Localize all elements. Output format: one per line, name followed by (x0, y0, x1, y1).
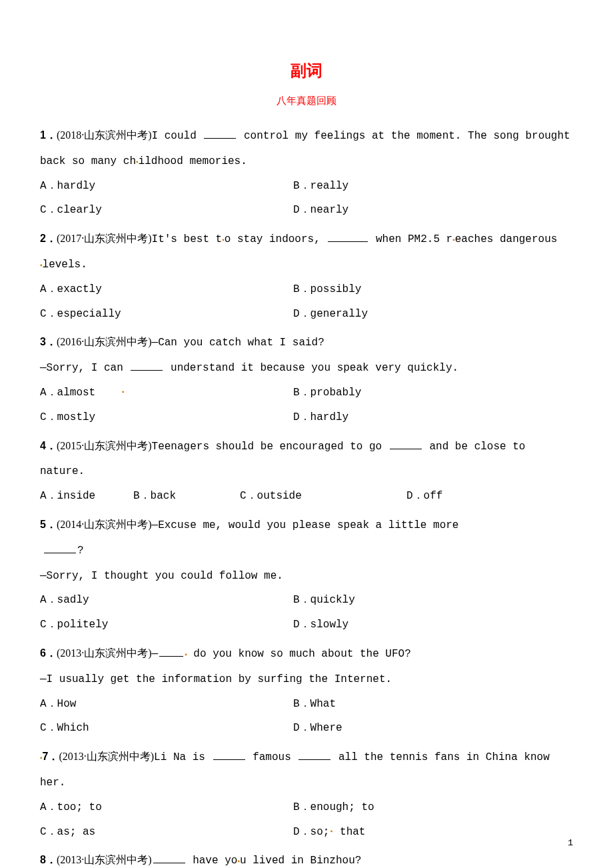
question-text: —Sorry, I can (40, 362, 129, 374)
question-4: 4．(2015·山东滨州中考)Teenagers should be encou… (40, 434, 573, 509)
option-d: D．off (406, 484, 506, 509)
options-group: A．sadly B．quickly C．politely D．slowly (40, 588, 573, 637)
question-text: have yo (187, 855, 238, 867)
question-1: 1．(2018·山东滨州中考)I could control my feelin… (40, 123, 573, 223)
question-number: 7． (43, 751, 59, 762)
question-source: (2014·山东滨州中考) (57, 519, 152, 530)
question-2: 2．(2017·山东滨州中考)It's best t▪o stay indoor… (40, 227, 573, 326)
option-b: B．enough; to (293, 795, 560, 820)
page-subtitle: 八年真题回顾 (40, 95, 573, 107)
question-source: (2013·山东滨州中考) (57, 647, 152, 659)
question-text: u lived in Binzhou? (240, 855, 361, 867)
option-a: A．hardly (40, 174, 293, 199)
option-label: A．almost (40, 387, 95, 399)
dot-marker: ▪ (121, 389, 125, 396)
blank-fill (213, 751, 245, 760)
question-text: —Can you catch what I said? (152, 337, 324, 349)
question-text: — (152, 648, 159, 660)
question-text: —Sorry, I thought you could follow me. (40, 570, 283, 582)
option-c: C．as; as (40, 820, 293, 845)
question-source: (2013·山东滨州中考) (57, 854, 152, 865)
blank-fill (204, 129, 236, 139)
question-text: —Excuse me, would you please speak a lit… (152, 519, 459, 531)
options-group: A．hardly B．really C．clearly D．nearly (40, 174, 573, 223)
question-7: ▪7．(2013·山东滨州中考)Li Na is famous all the … (40, 745, 573, 844)
option-b: B．What (293, 692, 560, 717)
option-d: D．so;▪ that (293, 820, 560, 845)
question-text: Teenagers should be encouraged to go (152, 441, 388, 453)
option-c: C．especially (40, 302, 293, 327)
option-label: that (333, 826, 365, 838)
question-text: ? (77, 545, 84, 557)
question-text: understand it because you speak very qui… (164, 362, 458, 374)
question-text: levels. (43, 259, 87, 271)
page-title: 副词 (40, 60, 573, 81)
question-text: —I usually get the information by surfin… (40, 673, 392, 685)
question-source: (2018·山东滨州中考) (57, 129, 152, 141)
question-source: (2013·山东滨州中考) (59, 751, 154, 762)
question-3: 3．(2016·山东滨州中考)—Can you catch what I sai… (40, 330, 573, 429)
question-text: ildhood memories. (139, 155, 247, 167)
option-c: C．mostly (40, 405, 293, 430)
blank-fill (299, 751, 330, 760)
option-d: D．hardly (293, 405, 560, 430)
question-number: 5． (40, 519, 57, 530)
blank-fill (131, 361, 163, 371)
option-d: D．slowly (293, 613, 560, 637)
options-group: A．almost ▪ B．probably C．mostly D．hardly (40, 381, 573, 430)
option-c: C．Which (40, 716, 293, 741)
question-number: 4． (40, 440, 57, 451)
blank-fill (153, 854, 185, 863)
question-text: Li Na is (154, 751, 211, 763)
question-text: o stay indoors, (225, 233, 327, 245)
option-b: B．back (133, 484, 240, 509)
option-c: C．clearly (40, 198, 293, 223)
question-number: 1． (40, 129, 57, 141)
blank-fill (159, 647, 183, 657)
page-container: 副词 八年真题回顾 1．(2018·山东滨州中考)I could control… (0, 0, 613, 868)
option-c: C．outside (240, 484, 406, 509)
option-b: B．quickly (293, 588, 560, 613)
option-d: D．nearly (293, 198, 560, 223)
question-8: 8．(2013·山东滨州中考) have yo▪u lived in Binzh… (40, 848, 573, 868)
option-a: A．exactly (40, 277, 293, 302)
question-number: 8． (40, 854, 57, 865)
question-text: do you know so much about the UFO? (187, 648, 411, 660)
question-text: when PM2.5 r (369, 233, 452, 245)
option-label: D．so; (293, 826, 329, 838)
blank-fill (44, 544, 76, 553)
option-a: A．too; to (40, 795, 293, 820)
question-number: 2． (40, 233, 57, 244)
option-d: D．generally (293, 302, 560, 327)
options-group: A．How B．What C．Which D．Where (40, 692, 573, 741)
question-number: 3． (40, 336, 57, 347)
page-number: 1 (568, 838, 573, 848)
question-source: (2017·山东滨州中考) (57, 233, 152, 244)
option-a: A．inside (40, 484, 133, 509)
options-group: A．too; to B．enough; to C．as; as D．so;▪ t… (40, 795, 573, 845)
question-source: (2015·山东滨州中考) (57, 440, 152, 451)
blank-fill (328, 233, 368, 242)
option-a: A．How (40, 692, 293, 717)
option-b: B．possibly (293, 277, 560, 302)
question-6: 6．(2013·山东滨州中考)—▪ do you know so much ab… (40, 641, 573, 741)
question-text: I could (152, 130, 203, 142)
question-number: 6． (40, 647, 57, 659)
option-a: A．almost ▪ (40, 381, 293, 405)
question-source: (2016·山东滨州中考) (57, 336, 152, 347)
option-d: D．Where (293, 716, 560, 741)
question-text: It's best t (152, 233, 223, 245)
option-b: B．really (293, 174, 560, 199)
question-text: famous (247, 751, 298, 763)
blank-fill (390, 440, 422, 449)
option-a: A．sadly (40, 588, 293, 613)
question-text: eaches dangerous (455, 233, 558, 245)
option-c: C．politely (40, 613, 293, 637)
option-b: B．probably (293, 381, 560, 405)
options-group: A．inside B．back C．outside D．off (40, 484, 573, 509)
question-5: 5．(2014·山东滨州中考)—Excuse me, would you ple… (40, 513, 573, 637)
options-group: A．exactly B．possibly C．especially D．gene… (40, 277, 573, 327)
